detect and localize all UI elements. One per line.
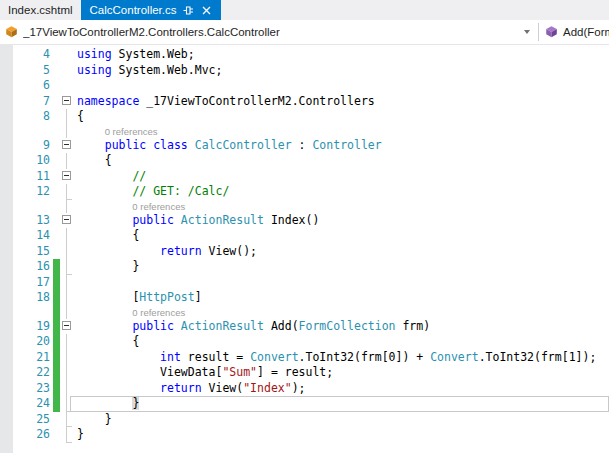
tab-label: CalcController.cs bbox=[90, 4, 177, 16]
codelens-row[interactable]: 0 references bbox=[0, 125, 609, 138]
change-indicator bbox=[53, 213, 60, 229]
code-line[interactable]: 19 public ActionResult Add(FormCollectio… bbox=[0, 319, 609, 335]
code-text[interactable]: } bbox=[74, 396, 609, 412]
code-token: Convert bbox=[250, 350, 298, 364]
code-text[interactable]: } bbox=[74, 412, 609, 428]
code-line[interactable]: 7namespace _17ViewToControllerM2.Control… bbox=[0, 94, 609, 110]
collapse-toggle-icon[interactable] bbox=[62, 140, 71, 149]
code-line[interactable]: 24 } bbox=[0, 396, 609, 412]
code-token: "Sum" bbox=[222, 365, 257, 379]
code-line[interactable]: 21 int result = Convert.ToInt32(frm[0]) … bbox=[0, 350, 609, 366]
line-number: 4 bbox=[0, 47, 50, 63]
collapse-toggle-icon[interactable] bbox=[62, 321, 71, 330]
code-text[interactable]: ViewData["Sum"] = result; bbox=[74, 365, 609, 381]
code-text[interactable]: { bbox=[74, 109, 609, 125]
line-number: 25 bbox=[0, 412, 50, 428]
change-indicator bbox=[53, 427, 60, 443]
code-text[interactable]: // GET: /Calc/ bbox=[74, 184, 609, 200]
code-line[interactable]: 4using System.Web; bbox=[0, 47, 609, 63]
code-line[interactable]: 15 return View(); bbox=[0, 244, 609, 260]
code-text[interactable] bbox=[74, 275, 609, 291]
code-line[interactable]: 9 public class CalcController : Controll… bbox=[0, 138, 609, 154]
change-indicator bbox=[53, 63, 60, 79]
code-editor[interactable]: 4using System.Web;5using System.Web.Mvc;… bbox=[0, 45, 609, 453]
outlining-margin bbox=[60, 381, 74, 397]
code-text[interactable]: [HttpPost] bbox=[74, 290, 609, 306]
code-text[interactable]: } bbox=[74, 259, 609, 275]
code-line[interactable]: 12 // GET: /Calc/ bbox=[0, 184, 609, 200]
chevron-down-icon[interactable] bbox=[524, 30, 530, 34]
code-text[interactable]: public class CalcController : Controller bbox=[74, 138, 609, 154]
change-indicator bbox=[53, 125, 60, 138]
code-line[interactable]: 11 // bbox=[0, 169, 609, 185]
code-text[interactable]: using System.Web; bbox=[74, 47, 609, 63]
code-text[interactable]: public ActionResult Add(FormCollection f… bbox=[74, 319, 609, 335]
code-token: : bbox=[292, 138, 313, 152]
code-token: return bbox=[160, 381, 202, 395]
change-indicator bbox=[53, 319, 60, 335]
code-line[interactable]: 23 return View("Index"); bbox=[0, 381, 609, 397]
code-token bbox=[77, 138, 105, 152]
outlining-margin bbox=[60, 350, 74, 366]
code-text[interactable]: } bbox=[74, 427, 609, 443]
change-indicator bbox=[53, 365, 60, 381]
code-token: System.Web.Mvc; bbox=[119, 63, 223, 77]
codelens-row[interactable]: 0 references bbox=[0, 306, 609, 319]
code-token: View(); bbox=[202, 244, 257, 258]
code-text[interactable]: return View(); bbox=[74, 244, 609, 260]
codelens-references[interactable]: 0 references bbox=[74, 306, 609, 319]
tab-calccontroller-cs[interactable]: CalcController.cs bbox=[81, 0, 222, 20]
change-indicator bbox=[53, 228, 60, 244]
codelens-references[interactable]: 0 references bbox=[74, 125, 609, 138]
collapse-toggle-icon[interactable] bbox=[62, 215, 71, 224]
code-line[interactable]: 13 public ActionResult Index() bbox=[0, 213, 609, 229]
code-text[interactable]: { bbox=[74, 228, 609, 244]
code-text[interactable]: int result = Convert.ToInt32(frm[0]) + C… bbox=[74, 350, 609, 366]
pin-icon[interactable] bbox=[183, 5, 194, 16]
code-token: FormCollection bbox=[299, 319, 396, 333]
tab-index-cshtml[interactable]: Index.cshtml bbox=[0, 0, 81, 20]
code-token: } bbox=[77, 259, 139, 273]
code-line[interactable]: 10 { bbox=[0, 153, 609, 169]
code-text[interactable]: { bbox=[74, 334, 609, 350]
outlining-margin bbox=[60, 259, 74, 275]
collapse-toggle-icon[interactable] bbox=[62, 96, 71, 105]
code-text[interactable]: public ActionResult Index() bbox=[74, 213, 609, 229]
code-line[interactable]: 25 } bbox=[0, 412, 609, 428]
code-text[interactable]: using System.Web.Mvc; bbox=[74, 63, 609, 79]
navigation-bar: _17ViewToControllerM2.Controllers.CalcCo… bbox=[0, 20, 609, 45]
member-selector-dropdown[interactable]: Add(Form bbox=[539, 20, 609, 44]
code-line[interactable]: 14 { bbox=[0, 228, 609, 244]
codelens-row[interactable]: 0 references bbox=[0, 200, 609, 213]
code-line[interactable]: 26} bbox=[0, 427, 609, 443]
code-text[interactable]: // bbox=[74, 169, 609, 185]
line-number: 5 bbox=[0, 63, 50, 79]
code-text[interactable]: { bbox=[74, 153, 609, 169]
code-line[interactable]: 18 [HttpPost] bbox=[0, 290, 609, 306]
code-token: ); bbox=[292, 381, 306, 395]
code-token: ] bbox=[195, 290, 202, 304]
change-indicator bbox=[53, 275, 60, 291]
code-line[interactable]: 6 bbox=[0, 78, 609, 94]
change-indicator bbox=[53, 169, 60, 185]
code-text[interactable]: namespace _17ViewToControllerM2.Controll… bbox=[74, 94, 609, 110]
code-line[interactable]: 22 ViewData["Sum"] = result; bbox=[0, 365, 609, 381]
code-text[interactable] bbox=[74, 78, 609, 94]
line-number bbox=[0, 200, 50, 213]
code-line[interactable]: 17 bbox=[0, 275, 609, 291]
change-indicator bbox=[53, 396, 60, 412]
code-token: public class bbox=[105, 138, 195, 152]
code-token: { bbox=[77, 334, 139, 348]
line-number: 8 bbox=[0, 109, 50, 125]
collapse-toggle-icon[interactable] bbox=[62, 171, 71, 180]
code-line[interactable]: 8{ bbox=[0, 109, 609, 125]
code-text[interactable]: return View("Index"); bbox=[74, 381, 609, 397]
outlining-margin bbox=[60, 244, 74, 260]
type-selector-dropdown[interactable]: _17ViewToControllerM2.Controllers.CalcCo… bbox=[0, 20, 538, 44]
code-token: using bbox=[77, 47, 119, 61]
code-line[interactable]: 5using System.Web.Mvc; bbox=[0, 63, 609, 79]
close-icon[interactable] bbox=[201, 5, 212, 16]
code-line[interactable]: 16 } bbox=[0, 259, 609, 275]
code-line[interactable]: 20 { bbox=[0, 334, 609, 350]
codelens-references[interactable]: 0 references bbox=[74, 200, 609, 213]
